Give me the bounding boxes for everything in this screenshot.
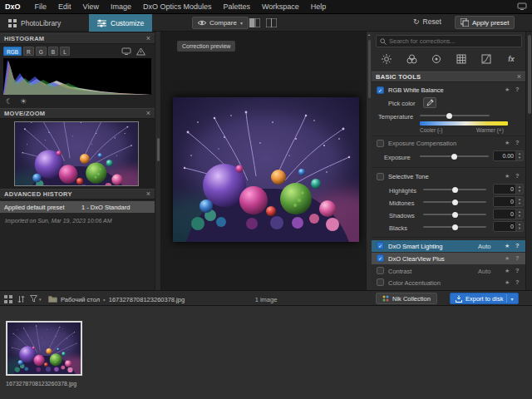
clipping-warning-icon[interactable] bbox=[136, 47, 145, 56]
eyedropper-icon[interactable] bbox=[423, 97, 436, 108]
tools-scrollbar-left[interactable]: ▲ bbox=[366, 32, 372, 290]
close-icon[interactable]: × bbox=[146, 110, 150, 117]
help-icon[interactable]: ? bbox=[515, 242, 520, 249]
contrast-mode[interactable]: Auto bbox=[478, 268, 490, 275]
tab-photolibrary[interactable]: PhotoLibrary bbox=[0, 14, 69, 32]
close-icon[interactable]: × bbox=[146, 190, 150, 198]
slider-knob[interactable] bbox=[452, 200, 458, 205]
scroll-up-icon[interactable]: ▲ bbox=[367, 32, 371, 37]
menu-optics-modules[interactable]: DxO Optics Modules bbox=[137, 2, 218, 11]
clearview-toggle[interactable]: ✓ bbox=[377, 254, 384, 262]
selective-tone-title[interactable]: Selective Tone bbox=[388, 173, 429, 180]
midtones-value-box[interactable]: 0▲▼ bbox=[493, 196, 524, 207]
curves-icon[interactable] bbox=[475, 52, 497, 66]
highlights-slider[interactable] bbox=[423, 185, 486, 195]
close-icon[interactable]: × bbox=[146, 35, 150, 42]
help-icon[interactable]: ? bbox=[515, 278, 520, 286]
channel-l-button[interactable]: L bbox=[60, 47, 70, 56]
scrollbar-thumb[interactable] bbox=[368, 40, 371, 98]
monitor-icon[interactable] bbox=[121, 47, 131, 56]
left-splitter-scrollbar[interactable] bbox=[155, 32, 161, 290]
light-icon[interactable] bbox=[376, 52, 397, 66]
blacks-value-box[interactable]: 0▲▼ bbox=[493, 221, 524, 232]
compare-button[interactable]: Compare ▾ bbox=[192, 17, 249, 29]
highlight-clipping-icon[interactable]: ☀ bbox=[20, 97, 27, 106]
fx-icon[interactable]: fx bbox=[500, 52, 522, 66]
favorite-star-icon[interactable]: ★ bbox=[505, 268, 510, 274]
exposure-compensation-toggle[interactable] bbox=[377, 140, 384, 147]
favorite-star-icon[interactable]: ★ bbox=[505, 255, 510, 262]
menu-edit[interactable]: Edit bbox=[52, 2, 77, 11]
close-icon[interactable]: × bbox=[517, 73, 521, 81]
favorite-star-icon[interactable]: ★ bbox=[505, 243, 510, 249]
favorite-star-icon[interactable]: ★ bbox=[505, 86, 510, 93]
nik-collection-button[interactable]: Nik Collection bbox=[376, 293, 437, 304]
stepper-icons[interactable]: ▲▼ bbox=[515, 209, 523, 219]
scrollbar-thumb[interactable] bbox=[157, 138, 160, 161]
menu-file[interactable]: File bbox=[29, 2, 53, 11]
tab-customize[interactable]: Customize bbox=[89, 14, 152, 32]
favorite-star-icon[interactable]: ★ bbox=[505, 140, 510, 146]
exposure-value-box[interactable]: 0.00 ▲▼ bbox=[493, 150, 524, 161]
menu-image[interactable]: Image bbox=[105, 2, 137, 11]
channel-g-button[interactable]: G bbox=[36, 47, 47, 56]
exposure-slider[interactable] bbox=[420, 151, 489, 161]
smart-lighting-toggle[interactable]: ✓ bbox=[377, 242, 384, 249]
geometry-icon[interactable] bbox=[451, 52, 472, 66]
highlights-value-box[interactable]: 0▲▼ bbox=[493, 184, 524, 195]
white-balance-title[interactable]: RGB White Balance bbox=[388, 86, 444, 94]
white-balance-toggle[interactable]: ✓ bbox=[377, 86, 384, 94]
help-icon[interactable]: ? bbox=[515, 139, 520, 146]
clearview-title[interactable]: DxO ClearView Plus bbox=[388, 255, 445, 263]
search-input[interactable] bbox=[389, 37, 521, 45]
slider-knob[interactable] bbox=[452, 212, 458, 218]
display-icon[interactable] bbox=[517, 2, 532, 11]
stepper-icons[interactable]: ▲▼ bbox=[515, 185, 523, 194]
exposure-compensation-title[interactable]: Exposure Compensation bbox=[388, 140, 456, 147]
slider-knob[interactable] bbox=[452, 224, 458, 230]
stepper-icons[interactable]: ▲▼ bbox=[515, 197, 523, 206]
help-icon[interactable]: ? bbox=[515, 254, 520, 262]
channel-r-button[interactable]: R bbox=[23, 47, 34, 56]
shadow-clipping-icon[interactable]: ☾ bbox=[6, 97, 12, 106]
slider-knob[interactable] bbox=[452, 187, 458, 193]
blacks-slider[interactable] bbox=[423, 222, 486, 232]
help-icon[interactable]: ? bbox=[515, 267, 520, 274]
menu-help[interactable]: Help bbox=[305, 2, 332, 11]
color-icon[interactable] bbox=[401, 52, 422, 66]
chevron-down-icon[interactable]: ▾ bbox=[510, 296, 513, 302]
apply-preset-button[interactable]: Apply preset bbox=[455, 16, 515, 29]
stepper-icons[interactable]: ▲▼ bbox=[515, 222, 523, 231]
slider-knob[interactable] bbox=[446, 113, 452, 119]
detail-icon[interactable] bbox=[426, 52, 447, 66]
split-view-icon[interactable] bbox=[266, 18, 277, 27]
favorite-star-icon[interactable]: ★ bbox=[505, 279, 510, 286]
movezoom-thumbnail[interactable] bbox=[14, 121, 139, 186]
stepper-icons[interactable]: ▲▼ bbox=[515, 151, 523, 160]
history-entry-row[interactable]: Applied default preset 1 - DxO Standard bbox=[0, 201, 155, 213]
color-accentuation-title[interactable]: Color Accentuation bbox=[388, 279, 441, 287]
tools-scrollbar-right[interactable] bbox=[525, 32, 532, 290]
temperature-slider[interactable] bbox=[420, 111, 490, 121]
help-icon[interactable]: ? bbox=[515, 172, 520, 180]
menu-view[interactable]: View bbox=[77, 2, 105, 11]
channel-rgb-button[interactable]: RGB bbox=[3, 47, 22, 56]
main-image[interactable] bbox=[173, 97, 359, 242]
side-by-side-icon[interactable] bbox=[249, 18, 260, 27]
smart-lighting-mode[interactable]: Auto bbox=[478, 243, 490, 250]
reset-button[interactable]: ↻ Reset bbox=[413, 17, 441, 26]
scrollbar-thumb[interactable] bbox=[528, 35, 531, 114]
favorite-star-icon[interactable]: ★ bbox=[505, 173, 510, 180]
contrast-toggle[interactable] bbox=[377, 267, 384, 274]
filmstrip-thumbnail-selected[interactable] bbox=[6, 321, 82, 376]
midtones-slider[interactable] bbox=[423, 197, 486, 207]
help-icon[interactable]: ? bbox=[515, 86, 520, 93]
channel-b-button[interactable]: B bbox=[48, 47, 58, 56]
contrast-title[interactable]: Contrast bbox=[388, 268, 411, 275]
selective-tone-toggle[interactable] bbox=[377, 173, 384, 180]
menu-workspace[interactable]: Workspace bbox=[256, 2, 305, 11]
export-to-disk-button[interactable]: Export to disk ▾ bbox=[450, 293, 519, 304]
color-accentuation-toggle[interactable] bbox=[377, 278, 384, 286]
shadows-slider[interactable] bbox=[423, 209, 486, 219]
slider-knob[interactable] bbox=[451, 154, 457, 160]
